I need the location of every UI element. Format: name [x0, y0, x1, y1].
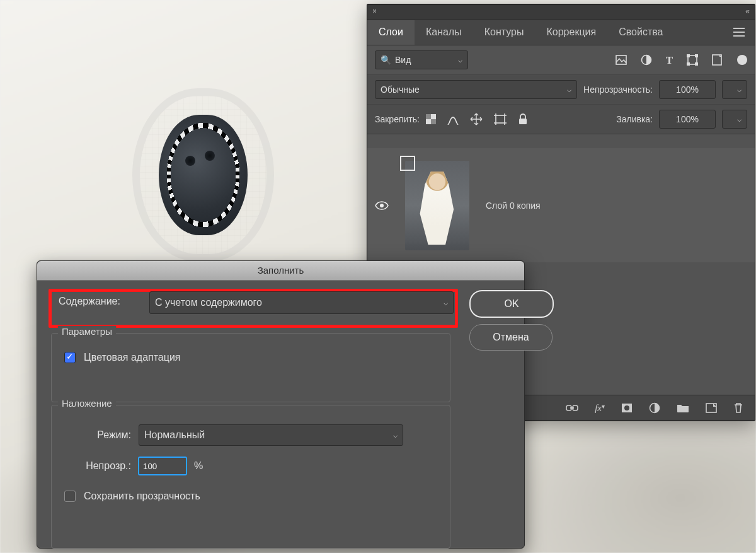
- opacity-stepper[interactable]: ⌵: [722, 80, 747, 99]
- svg-rect-9: [426, 114, 431, 119]
- svg-rect-6: [695, 62, 698, 66]
- chevron-down-icon: ⌵: [444, 298, 448, 307]
- lock-artboard-icon[interactable]: [494, 114, 507, 125]
- dialog-opacity-label: Непрозр.:: [62, 460, 131, 472]
- tab-paths[interactable]: Контуры: [473, 20, 536, 45]
- preserve-transparency-label: Сохранить прозрачность: [84, 491, 200, 502]
- mode-label: Режим:: [62, 429, 131, 441]
- svg-rect-20: [706, 404, 716, 412]
- filter-type-icon[interactable]: T: [666, 55, 673, 66]
- layer-filter-select[interactable]: 🔍 Вид ⌵: [375, 50, 468, 69]
- fill-value: 100%: [676, 114, 699, 124]
- filter-row: 🔍 Вид ⌵ T: [367, 45, 755, 74]
- layer-row[interactable]: Слой 0 копия: [367, 148, 755, 262]
- blend-mode-value: Обычные: [381, 84, 420, 95]
- lock-position-icon[interactable]: [470, 113, 483, 125]
- svg-rect-11: [496, 115, 505, 123]
- panel-tabs: Слои Каналы Контуры Коррекция Свойства: [367, 20, 755, 45]
- chevron-down-icon: ⌵: [737, 115, 742, 124]
- content-select[interactable]: С учетом содержимого ⌵: [149, 291, 454, 314]
- svg-rect-5: [687, 62, 690, 66]
- lock-all-icon[interactable]: [518, 114, 528, 125]
- opacity-label: Непрозрачность:: [583, 84, 653, 95]
- lock-transparency-icon[interactable]: [426, 114, 436, 124]
- svg-rect-10: [431, 119, 436, 124]
- panel-menu-icon[interactable]: [723, 20, 755, 45]
- trash-icon[interactable]: [733, 402, 743, 414]
- lock-pixels-icon[interactable]: [447, 114, 459, 125]
- svg-rect-12: [519, 119, 527, 124]
- panel-titlebar[interactable]: × «: [367, 4, 755, 20]
- collapse-icon[interactable]: «: [745, 7, 750, 16]
- fill-value-select[interactable]: 100%: [659, 110, 716, 129]
- filter-icons: T: [616, 54, 722, 66]
- svg-point-18: [624, 405, 629, 410]
- filter-smart-icon[interactable]: [712, 54, 722, 66]
- tab-channels[interactable]: Каналы: [415, 20, 473, 45]
- ok-button[interactable]: OK: [469, 290, 554, 318]
- fill-dialog: Заполнить Содержание: С учетом содержимо…: [37, 260, 525, 549]
- mask-icon[interactable]: [621, 403, 633, 413]
- chevron-down-icon: ⌵: [393, 431, 398, 439]
- fx-icon[interactable]: fx ▾: [595, 403, 605, 414]
- chevron-down-icon: ⌵: [567, 85, 571, 94]
- content-label: Содержание:: [59, 296, 120, 307]
- cancel-button[interactable]: Отмена: [469, 324, 553, 351]
- link-layers-icon[interactable]: [566, 404, 578, 412]
- marching-ants: [151, 107, 255, 243]
- fill-stepper[interactable]: ⌵: [722, 110, 747, 129]
- color-adaptation-label: Цветовая адаптация: [84, 352, 181, 363]
- layer-thumbnail[interactable]: [400, 156, 474, 255]
- blending-legend: Наложение: [58, 398, 116, 409]
- close-icon[interactable]: ×: [372, 7, 377, 16]
- tab-adjustments[interactable]: Коррекция: [535, 20, 607, 45]
- color-adaptation-checkbox[interactable]: Цветовая адаптация: [62, 350, 440, 365]
- dialog-title[interactable]: Заполнить: [37, 261, 524, 281]
- canvas-selection[interactable]: [151, 107, 255, 243]
- opacity-value: 100%: [676, 84, 699, 95]
- opacity-value-select[interactable]: 100%: [659, 80, 716, 99]
- adjustment-layer-icon[interactable]: [649, 402, 660, 414]
- blend-mode-select[interactable]: Обычные ⌵: [375, 80, 577, 99]
- blending-group: Наложение Режим: Нормальный ⌵ Непрозр.: …: [51, 405, 450, 549]
- chevron-down-icon: ⌵: [737, 85, 742, 94]
- chevron-down-icon: ⌵: [458, 55, 462, 64]
- color-adaptation-input[interactable]: [64, 352, 76, 363]
- svg-rect-4: [695, 54, 698, 57]
- tab-layers[interactable]: Слои: [367, 20, 415, 45]
- preserve-transparency-input[interactable]: [64, 491, 76, 502]
- filter-label: Вид: [395, 55, 411, 65]
- filter-shape-icon[interactable]: [687, 54, 698, 66]
- opacity-suffix: %: [194, 460, 203, 472]
- lock-label: Закрепить:: [375, 114, 420, 124]
- params-legend: Параметры: [58, 326, 116, 337]
- group-icon[interactable]: [677, 403, 689, 413]
- preserve-transparency-checkbox[interactable]: Сохранить прозрачность: [62, 489, 440, 504]
- layer-name[interactable]: Слой 0 копия: [486, 201, 541, 211]
- blend-row: Обычные ⌵ Непрозрачность: 100% ⌵: [367, 74, 755, 105]
- search-icon: 🔍: [381, 55, 391, 65]
- mode-select[interactable]: Нормальный ⌵: [139, 424, 403, 446]
- fill-label: Заливка:: [616, 114, 653, 124]
- lock-row: Закрепить: Заливка: 100% ⌵: [367, 105, 755, 134]
- new-layer-icon[interactable]: [706, 403, 717, 413]
- svg-rect-16: [570, 407, 574, 409]
- visibility-icon[interactable]: [375, 201, 389, 211]
- filter-toggle[interactable]: [737, 55, 747, 65]
- svg-point-13: [380, 204, 384, 207]
- svg-rect-3: [687, 54, 690, 57]
- params-group: Параметры Цветовая адаптация: [51, 333, 450, 402]
- tab-properties[interactable]: Свойства: [607, 20, 674, 45]
- content-value: С учетом содержимого: [155, 297, 262, 308]
- mode-value: Нормальный: [144, 429, 205, 441]
- svg-rect-0: [616, 55, 626, 64]
- filter-pixel-icon[interactable]: [616, 55, 627, 65]
- opacity-input[interactable]: [139, 457, 186, 475]
- filter-adjust-icon[interactable]: [641, 54, 652, 66]
